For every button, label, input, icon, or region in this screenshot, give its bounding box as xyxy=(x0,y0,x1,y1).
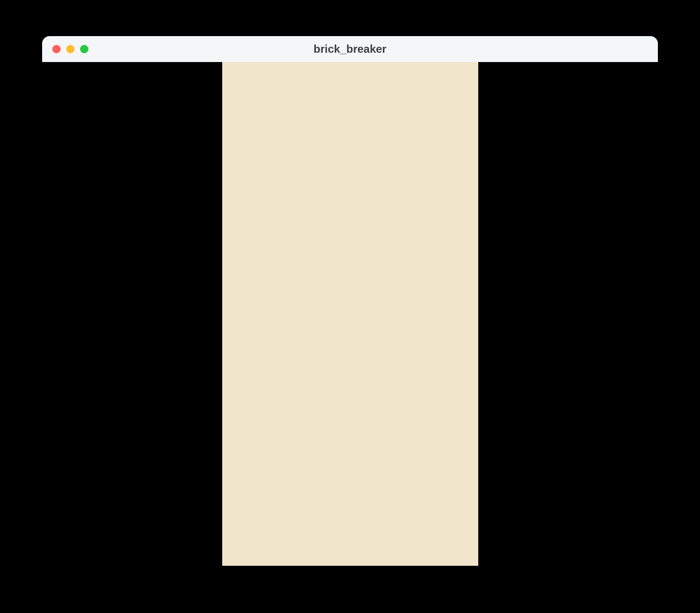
window-title: brick_breaker xyxy=(42,43,658,56)
window-content xyxy=(42,62,658,566)
minimize-icon[interactable] xyxy=(66,45,75,53)
zoom-icon[interactable] xyxy=(80,45,88,53)
traffic-lights xyxy=(42,45,88,53)
close-icon[interactable] xyxy=(52,45,61,53)
app-window: brick_breaker xyxy=(42,36,658,566)
game-canvas[interactable] xyxy=(222,62,478,566)
window-titlebar[interactable]: brick_breaker xyxy=(42,36,658,62)
